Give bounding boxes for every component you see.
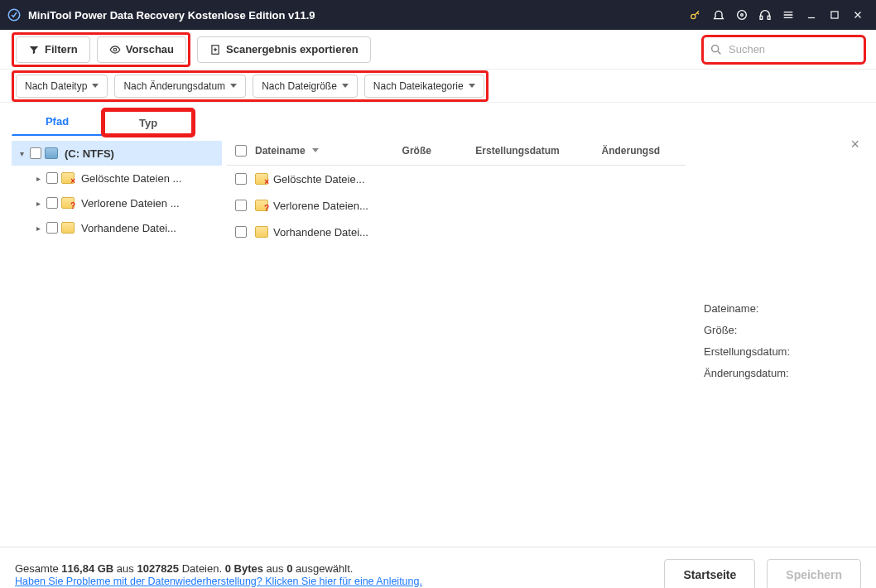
col-filename[interactable]: Dateiname bbox=[255, 145, 402, 157]
footer: Gesamte 116,84 GB aus 1027825 Dateien. 0… bbox=[0, 547, 876, 588]
col-filename-label: Dateiname bbox=[255, 145, 306, 157]
col-size[interactable]: Größe bbox=[402, 145, 476, 157]
filter-size-label: Nach Dateigröße bbox=[262, 80, 337, 92]
details-panel: × Dateiname: Größe: Erstellungsdatum: Än… bbox=[691, 136, 864, 547]
filter-category-label: Nach Dateikategorie bbox=[373, 80, 464, 92]
footer-text: aus bbox=[263, 562, 286, 575]
close-details-icon[interactable]: × bbox=[850, 136, 859, 153]
chevron-right-icon[interactable]: ▸ bbox=[33, 199, 43, 208]
list-row[interactable]: Vorhandene Datei... bbox=[227, 219, 686, 245]
search-input[interactable] bbox=[703, 36, 864, 63]
checkbox[interactable] bbox=[46, 197, 58, 209]
filter-button-label: Filtern bbox=[45, 43, 78, 55]
tree-item-existing[interactable]: ▸ Vorhandene Datei... bbox=[12, 215, 222, 240]
list-panel: Dateiname Größe Erstellungsdatum Änderun… bbox=[222, 136, 691, 547]
tree-root-label: (C: NTFS) bbox=[65, 147, 222, 160]
svg-point-2 bbox=[738, 11, 747, 20]
folder-deleted-icon bbox=[255, 173, 268, 185]
main: ▾ (C: NTFS) ▸ Gelöschte Dateien ... ▸ Ve… bbox=[0, 136, 876, 547]
tree-item-deleted[interactable]: ▸ Gelöschte Dateien ... bbox=[12, 166, 222, 190]
checkbox[interactable] bbox=[46, 172, 58, 184]
tab-path[interactable]: Pfad bbox=[12, 108, 103, 136]
list-row[interactable]: Verlorene Dateien... bbox=[227, 192, 686, 219]
footer-text: aus bbox=[113, 562, 137, 575]
tree-item-lost[interactable]: ▸ Verlorene Dateien ... bbox=[12, 190, 222, 215]
highlight-filters: Nach Dateityp Nach Änderungsdatum Nach D… bbox=[12, 70, 489, 102]
export-button-label: Scanergebnis exportieren bbox=[226, 43, 359, 55]
chevron-down-icon[interactable]: ▾ bbox=[17, 149, 26, 158]
tabs: Pfad Typ bbox=[0, 103, 876, 136]
svg-rect-5 bbox=[768, 16, 770, 19]
chevron-right-icon[interactable]: ▸ bbox=[33, 174, 43, 183]
help-link[interactable]: Haben Sie Probleme mit der Datenwiederhe… bbox=[15, 576, 422, 587]
app-logo-icon bbox=[7, 7, 22, 22]
preview-button[interactable]: Vorschau bbox=[97, 36, 186, 63]
detail-size-label: Größe: bbox=[704, 320, 859, 341]
bell-icon[interactable] bbox=[707, 3, 730, 27]
drive-icon bbox=[45, 147, 58, 159]
sort-desc-icon bbox=[312, 148, 319, 152]
list-row-name: Gelöschte Dateie... bbox=[273, 173, 365, 186]
checkbox[interactable] bbox=[235, 226, 247, 238]
folder-lost-icon bbox=[61, 197, 75, 209]
svg-point-3 bbox=[741, 14, 744, 17]
export-button[interactable]: Scanergebnis exportieren bbox=[197, 36, 371, 63]
filter-size[interactable]: Nach Dateigröße bbox=[253, 75, 358, 98]
svg-rect-6 bbox=[831, 12, 838, 18]
list-row[interactable]: Gelöschte Dateie... bbox=[227, 166, 686, 192]
footer-total-size: 116,84 GB bbox=[61, 562, 113, 575]
minimize-icon[interactable] bbox=[800, 3, 823, 27]
folder-lost-icon bbox=[255, 200, 268, 211]
chevron-down-icon bbox=[230, 84, 237, 88]
svg-rect-4 bbox=[760, 16, 763, 19]
disc-icon[interactable] bbox=[730, 3, 753, 27]
headset-icon[interactable] bbox=[753, 3, 777, 27]
list-row-name: Vorhandene Datei... bbox=[273, 226, 368, 239]
detail-modified-label: Änderungsdatum: bbox=[704, 363, 859, 384]
filter-filetype[interactable]: Nach Dateityp bbox=[16, 75, 108, 98]
col-modified[interactable]: Änderungsd bbox=[602, 145, 686, 157]
footer-text: Dateien. bbox=[179, 562, 225, 575]
maximize-icon[interactable] bbox=[823, 3, 846, 27]
detail-created-label: Erstellungsdatum: bbox=[704, 341, 859, 363]
tab-type[interactable]: Typ bbox=[103, 109, 194, 136]
filterbar: Nach Dateityp Nach Änderungsdatum Nach D… bbox=[0, 70, 876, 103]
tree-item-label: Vorhandene Datei... bbox=[81, 222, 222, 234]
col-created[interactable]: Erstellungsdatum bbox=[475, 145, 601, 157]
chevron-down-icon bbox=[92, 84, 99, 88]
filter-modified[interactable]: Nach Änderungsdatum bbox=[114, 75, 246, 98]
tree-item-label: Verlorene Dateien ... bbox=[81, 197, 222, 210]
checkbox[interactable] bbox=[235, 200, 247, 211]
svg-point-7 bbox=[113, 48, 117, 51]
checkbox-all[interactable] bbox=[235, 145, 247, 157]
chevron-right-icon[interactable]: ▸ bbox=[33, 224, 43, 233]
list-row-name: Verlorene Dateien... bbox=[273, 200, 368, 212]
list-header: Dateiname Größe Erstellungsdatum Änderun… bbox=[227, 136, 686, 166]
filter-filetype-label: Nach Dateityp bbox=[25, 80, 87, 92]
filter-category[interactable]: Nach Dateikategorie bbox=[364, 75, 484, 98]
checkbox[interactable] bbox=[235, 173, 247, 185]
close-icon[interactable] bbox=[846, 3, 869, 27]
home-button[interactable]: Startseite bbox=[664, 559, 755, 589]
filter-button[interactable]: Filtern bbox=[16, 36, 90, 63]
app-title: MiniTool Power Data Recovery Kostenlose … bbox=[28, 9, 315, 22]
footer-file-count: 1027825 bbox=[137, 562, 179, 575]
svg-point-9 bbox=[712, 45, 719, 51]
preview-button-label: Vorschau bbox=[126, 43, 174, 55]
folder-icon bbox=[61, 222, 75, 234]
footer-text: ausgewählt. bbox=[292, 562, 353, 575]
checkbox[interactable] bbox=[30, 147, 41, 159]
folder-icon bbox=[255, 226, 268, 238]
eye-icon bbox=[109, 44, 121, 55]
menu-icon[interactable] bbox=[777, 3, 800, 27]
tree-root[interactable]: ▾ (C: NTFS) bbox=[12, 141, 222, 166]
key-icon[interactable] bbox=[684, 3, 707, 27]
svg-point-1 bbox=[691, 14, 696, 18]
toolbar: Filtern Vorschau Scanergebnis exportiere… bbox=[0, 30, 876, 70]
funnel-icon bbox=[28, 44, 40, 55]
folder-deleted-icon bbox=[61, 172, 75, 184]
save-button[interactable]: Speichern bbox=[767, 559, 861, 589]
titlebar: MiniTool Power Data Recovery Kostenlose … bbox=[0, 0, 876, 30]
chevron-down-icon bbox=[342, 84, 349, 88]
checkbox[interactable] bbox=[46, 222, 58, 234]
